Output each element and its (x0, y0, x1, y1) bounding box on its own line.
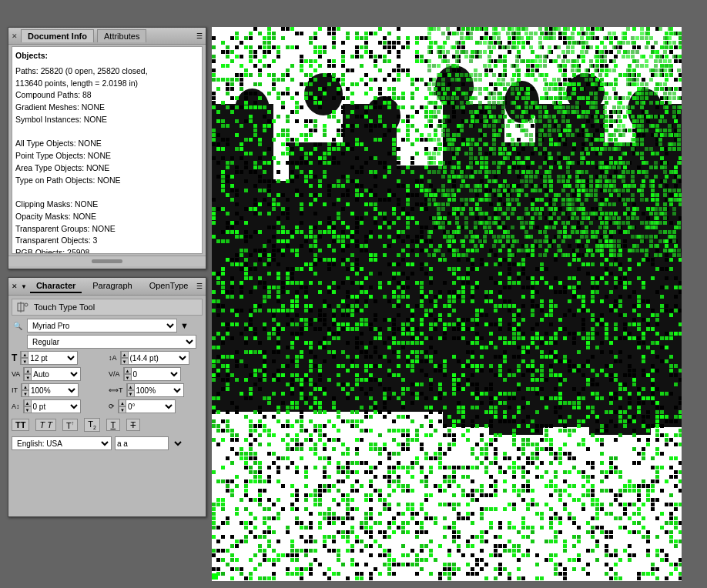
font-size-spinbtns[interactable]: ▲ ▼ (21, 351, 28, 365)
rot-dropdown[interactable]: ▼ (161, 402, 175, 411)
char-panel-menu-icon[interactable]: ☰ (196, 282, 203, 290)
track-up[interactable]: ▲ (124, 367, 132, 374)
lh-up[interactable]: ▲ (121, 351, 129, 358)
doc-info-menu-icon[interactable]: ☰ (196, 32, 203, 40)
tab-attributes[interactable]: Attributes (97, 29, 146, 42)
rotation-field: ⟳ ▲ ▼ ▼ (109, 399, 203, 413)
tracking-input[interactable] (132, 368, 166, 380)
track-down[interactable]: ▼ (124, 374, 132, 381)
tab-character[interactable]: Character (30, 279, 82, 293)
line-clipping: Clipping Masks: NONE (15, 199, 191, 211)
horiz-scale-spinner[interactable]: ▲ ▼ ▼ (126, 383, 184, 397)
horiz-scale-input[interactable] (135, 384, 169, 396)
line-space2 (15, 186, 191, 199)
style-btn-tunder[interactable]: T (106, 419, 120, 431)
tab-document-info[interactable]: Document Info (21, 29, 94, 42)
line-gradient: Gradient Meshes: NONE (15, 102, 191, 114)
font-family-row: 🔍 Myriad Pro ▼ (12, 319, 203, 332)
doc-info-panel-header: ✕ Document Info Attributes ☰ (8, 28, 206, 45)
line-compound: Compound Paths: 88 (15, 89, 191, 102)
font-style-row: Regular (12, 335, 203, 349)
kern-icon: VA (12, 370, 20, 378)
language-select[interactable]: English: USA (12, 436, 112, 450)
vs-down[interactable]: ▼ (22, 390, 29, 397)
track-dropdown[interactable]: ▼ (166, 369, 180, 379)
hs-dropdown[interactable]: ▼ (169, 386, 183, 395)
font-size-down[interactable]: ▼ (21, 358, 28, 365)
style-btn-tt[interactable]: TT (12, 419, 29, 431)
lang-sample-dropdown[interactable]: ▼ (172, 439, 184, 448)
lh-dropdown[interactable]: ▼ (175, 353, 189, 362)
line-pathtype: Type on Path Objects: NONE (15, 175, 191, 187)
rot-up[interactable]: ▲ (119, 399, 126, 406)
font-size-spinner[interactable]: ▲ ▼ ▼ (20, 351, 78, 365)
doc-info-tabs: Document Info Attributes (21, 29, 146, 42)
style-btn-tstrike[interactable]: T (126, 419, 140, 431)
baseline-icon: A↕ (12, 403, 20, 410)
line-paths-detail: 113640 points, length = 2.0198 in) (15, 78, 191, 90)
lh-spinbtns[interactable]: ▲ ▼ (121, 351, 129, 365)
line-height-spinner[interactable]: ▲ ▼ ▼ (120, 351, 189, 365)
char-panel-header: ✕ ▼ Character Paragraph OpenType ☰ (8, 278, 206, 296)
hs-down[interactable]: ▼ (127, 390, 135, 397)
lang-sample-text: a a (117, 439, 128, 448)
document-info-panel: ✕ Document Info Attributes ☰ Objects: Pa… (8, 27, 206, 269)
baseline-input[interactable] (32, 400, 66, 413)
bl-down[interactable]: ▼ (24, 406, 32, 413)
vert-scale-icon: IT (12, 386, 18, 394)
kerning-input[interactable] (32, 368, 66, 380)
rotation-spinner[interactable]: ▲ ▼ ▼ (118, 399, 176, 413)
bl-up[interactable]: ▲ (24, 399, 32, 406)
char-tabs: Character Paragraph OpenType (30, 279, 195, 293)
tracking-icon: V/A (109, 370, 120, 378)
bl-spinbtns[interactable]: ▲ ▼ (24, 399, 32, 413)
kern-dropdown[interactable]: ▼ (66, 369, 80, 379)
kern-down[interactable]: ▼ (24, 374, 32, 381)
horizontal-scrollbar[interactable] (92, 259, 122, 263)
font-style-select[interactable]: Regular (27, 335, 196, 349)
hs-up[interactable]: ▲ (127, 383, 135, 390)
kerning-spinner[interactable]: ▲ ▼ ▼ (23, 367, 81, 381)
line-height-input[interactable] (129, 352, 175, 364)
bl-dropdown[interactable]: ▼ (66, 402, 80, 411)
horiz-scale-field: ⟺T ▲ ▼ ▼ (109, 383, 203, 397)
rotation-input[interactable] (126, 400, 161, 413)
vs-dropdown[interactable]: ▼ (64, 386, 78, 395)
vert-scale-input[interactable] (29, 384, 64, 396)
font-size-unit[interactable]: ▼ (63, 353, 77, 362)
hs-spinbtns[interactable]: ▲ ▼ (127, 383, 135, 397)
doc-info-lines: Paths: 25820 (0 open, 25820 closed, 1136… (15, 65, 191, 254)
vert-scale-spinner[interactable]: ▲ ▼ ▼ (21, 383, 79, 397)
line-pointtype: Point Type Objects: NONE (15, 150, 191, 162)
vs-up[interactable]: ▲ (22, 383, 29, 390)
rot-spinbtns[interactable]: ▲ ▼ (119, 399, 126, 413)
kern-up[interactable]: ▲ (24, 367, 32, 374)
collapse-arrow-icon[interactable]: ▼ (21, 283, 27, 290)
char-panel-close-icon[interactable]: ✕ (12, 282, 18, 290)
style-btn-tsub[interactable]: T2 (84, 418, 100, 432)
tab-opentype[interactable]: OpenType (143, 279, 195, 293)
lh-down[interactable]: ▼ (121, 358, 129, 365)
tracking-spinner[interactable]: ▲ ▼ ▼ (123, 367, 181, 381)
style-btn-tspace[interactable]: T T (35, 419, 56, 431)
vs-spinbtns[interactable]: ▲ ▼ (22, 383, 29, 397)
kern-spinbtns[interactable]: ▲ ▼ (24, 367, 32, 381)
style-btn-tsup[interactable]: T↑ (62, 419, 78, 432)
line-paths: Paths: 25820 (0 open, 25820 closed, (15, 65, 191, 78)
track-spinbtns[interactable]: ▲ ▼ (124, 367, 132, 381)
line-rgb: RGB Objects: 25908 (15, 247, 191, 254)
font-size-input[interactable] (28, 352, 63, 364)
rot-down[interactable]: ▼ (119, 406, 126, 413)
line-opacity: Opacity Masks: NONE (15, 211, 191, 223)
char-panel-body: Touch Type Tool 🔍 Myriad Pro ▼ Regular T… (8, 296, 206, 453)
baseline-spinner[interactable]: ▲ ▼ ▼ (23, 399, 81, 413)
font-size-up[interactable]: ▲ (21, 351, 28, 358)
rotation-icon: ⟳ (109, 403, 115, 410)
tab-paragraph[interactable]: Paragraph (86, 279, 138, 293)
font-family-select[interactable]: Myriad Pro (27, 319, 177, 332)
artwork-canvas (212, 27, 682, 581)
doc-info-close-icon[interactable]: ✕ (12, 32, 18, 40)
touch-type-label: Touch Type Tool (34, 302, 95, 312)
line-transgroup: Transparent Groups: NONE (15, 223, 191, 236)
canvas-area (212, 27, 705, 581)
